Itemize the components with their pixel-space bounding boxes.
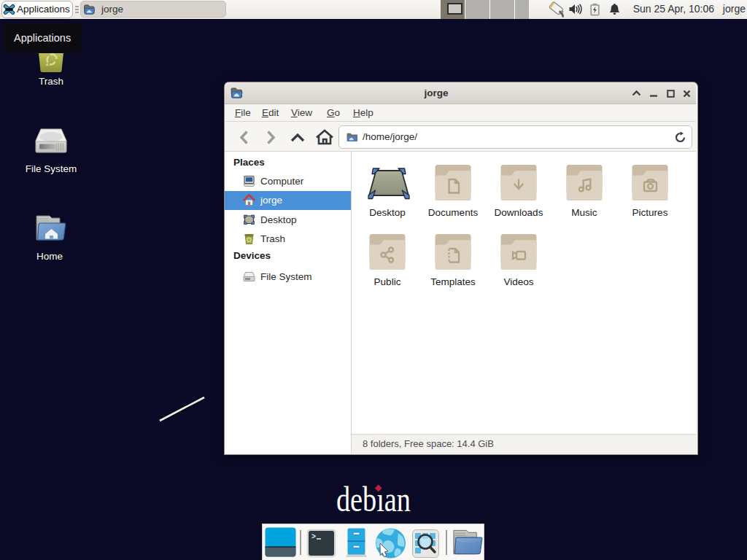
svg-text:>: >	[311, 533, 316, 541]
